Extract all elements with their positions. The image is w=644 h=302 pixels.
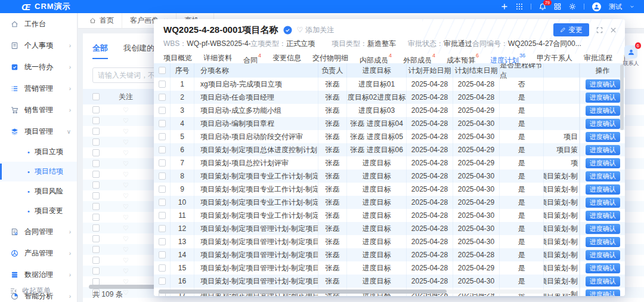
heart-icon[interactable]: ♡: [123, 149, 129, 156]
sidebar-subitem[interactable]: • 项目变更: [0, 201, 77, 221]
chevron-down-icon[interactable]: [630, 4, 634, 9]
row-checkbox[interactable]: [92, 214, 100, 221]
progress-confirm-button[interactable]: 进度确认: [586, 158, 620, 168]
progress-confirm-button[interactable]: 进度确认: [586, 93, 620, 103]
row-checkbox[interactable]: [92, 128, 100, 135]
gear-icon[interactable]: [569, 3, 576, 10]
row-checkbox[interactable]: [159, 120, 166, 127]
sidebar-item-projects[interactable]: 项目管理 ∨: [0, 121, 77, 142]
contact-person-icon[interactable]: 6: [624, 45, 637, 58]
row-checkbox[interactable]: [92, 192, 100, 199]
sidebar-item-marketing[interactable]: 营销管理 ›: [0, 78, 77, 99]
heart-icon[interactable]: ♡: [123, 117, 129, 124]
sidebar-item-contracts[interactable]: 合同管理 ›: [0, 221, 77, 242]
page-tab-home[interactable]: 首页: [82, 13, 122, 28]
horizontal-scrollbar[interactable]: [159, 289, 570, 294]
heart-icon[interactable]: ♡: [123, 214, 129, 221]
row-checkbox[interactable]: [159, 159, 166, 167]
qrcode-icon[interactable]: [554, 3, 561, 10]
heart-icon[interactable]: ♡: [123, 106, 129, 113]
row-checkbox[interactable]: [92, 160, 100, 167]
heart-icon[interactable]: ♡: [123, 289, 129, 296]
close-icon[interactable]: [610, 27, 617, 33]
row-checkbox[interactable]: [159, 146, 166, 153]
row-checkbox[interactable]: [92, 117, 100, 124]
row-checkbox[interactable]: [92, 224, 100, 232]
row-checkbox[interactable]: [92, 181, 100, 189]
heart-icon[interactable]: ♡: [123, 224, 129, 232]
progress-confirm-button[interactable]: 进度确认: [586, 237, 620, 247]
row-checkbox[interactable]: [159, 251, 166, 258]
heart-icon[interactable]: ♡: [123, 192, 129, 199]
add-follow-button[interactable]: ♡ 添加关注: [297, 25, 335, 35]
sidebar-subitem[interactable]: • 项目风险: [0, 181, 77, 201]
sidebar-item-todo[interactable]: 统一待办 ›: [0, 56, 77, 78]
row-checkbox[interactable]: [159, 186, 166, 193]
sidebar-item-products[interactable]: 产品管理 ›: [0, 242, 77, 264]
progress-confirm-button[interactable]: 进度确认: [586, 211, 620, 221]
row-checkbox[interactable]: [159, 81, 166, 88]
sidebar-item-data[interactable]: 数据治理 ›: [0, 264, 77, 285]
row-checkbox[interactable]: [159, 238, 166, 245]
change-button[interactable]: 变更: [553, 23, 589, 36]
heart-icon[interactable]: ♡: [123, 235, 129, 242]
progress-confirm-button[interactable]: 进度确认: [586, 250, 620, 260]
sidebar-item-workbench[interactable]: 工作台: [0, 13, 77, 35]
row-checkbox[interactable]: [159, 199, 166, 206]
row-checkbox[interactable]: [159, 172, 166, 180]
avatar[interactable]: [592, 2, 601, 11]
scrollbar-thumb[interactable]: [620, 64, 624, 130]
row-checkbox[interactable]: [159, 225, 166, 232]
vertical-scrollbar[interactable]: [620, 64, 624, 289]
progress-confirm-button[interactable]: 进度确认: [586, 132, 620, 142]
row-checkbox[interactable]: [92, 257, 100, 264]
row-checkbox[interactable]: [92, 235, 100, 242]
row-checkbox[interactable]: [92, 149, 100, 156]
scrollbar-thumb[interactable]: [159, 289, 447, 294]
plus-icon[interactable]: [501, 3, 508, 10]
row-checkbox[interactable]: [159, 264, 166, 272]
row-checkbox[interactable]: [159, 212, 166, 219]
fullscreen-icon[interactable]: [596, 27, 603, 33]
progress-confirm-button[interactable]: 进度确认: [586, 119, 620, 129]
row-checkbox[interactable]: [92, 267, 100, 275]
heart-icon[interactable]: ♡: [123, 181, 129, 189]
progress-confirm-button[interactable]: 进度确认: [586, 198, 620, 208]
row-checkbox[interactable]: [92, 171, 100, 178]
sidebar-subitem[interactable]: • 项目立项: [0, 142, 77, 162]
heart-icon[interactable]: ♡: [123, 267, 129, 275]
progress-confirm-button[interactable]: 进度确认: [586, 106, 620, 116]
progress-confirm-button[interactable]: 进度确认: [586, 276, 620, 286]
row-checkbox[interactable]: [159, 133, 166, 140]
select-all-checkbox[interactable]: [159, 67, 166, 74]
filter-tab-all[interactable]: 全部: [92, 43, 108, 59]
progress-confirm-button[interactable]: 进度确认: [586, 145, 620, 155]
progress-confirm-button[interactable]: 进度确认: [586, 224, 620, 234]
collapse-menu-button[interactable]: 收起菜单: [10, 286, 51, 296]
select-all-checkbox[interactable]: [92, 93, 100, 100]
heart-icon[interactable]: ♡: [123, 257, 129, 264]
heart-icon[interactable]: ♡: [123, 138, 129, 146]
row-checkbox[interactable]: [92, 246, 100, 253]
heart-icon[interactable]: ♡: [123, 171, 129, 178]
row-checkbox[interactable]: [159, 107, 166, 114]
progress-confirm-button[interactable]: 进度确认: [586, 79, 620, 90]
row-checkbox[interactable]: [92, 106, 100, 113]
floating-contact-widget[interactable]: 6 联系人: [620, 45, 642, 67]
heart-icon[interactable]: ♡: [123, 160, 129, 167]
apps-grid-icon[interactable]: [516, 3, 523, 10]
bell-icon[interactable]: 79: [539, 3, 546, 10]
sidebar-item-sales[interactable]: 销售管理 ›: [0, 99, 77, 121]
row-checkbox[interactable]: [92, 203, 100, 210]
scrollbar-thumb[interactable]: [89, 285, 160, 289]
user-name[interactable]: 测试: [609, 2, 622, 11]
progress-confirm-button[interactable]: 进度确认: [586, 289, 620, 297]
heart-icon[interactable]: ♡: [123, 203, 129, 210]
progress-confirm-button[interactable]: 进度确认: [586, 171, 620, 181]
row-checkbox[interactable]: [159, 278, 166, 285]
row-checkbox[interactable]: [92, 138, 100, 146]
progress-confirm-button[interactable]: 进度确认: [586, 184, 620, 195]
progress-confirm-button[interactable]: 进度确认: [586, 263, 620, 273]
heart-icon[interactable]: ♡: [123, 246, 129, 253]
heart-icon[interactable]: ♡: [123, 128, 129, 135]
